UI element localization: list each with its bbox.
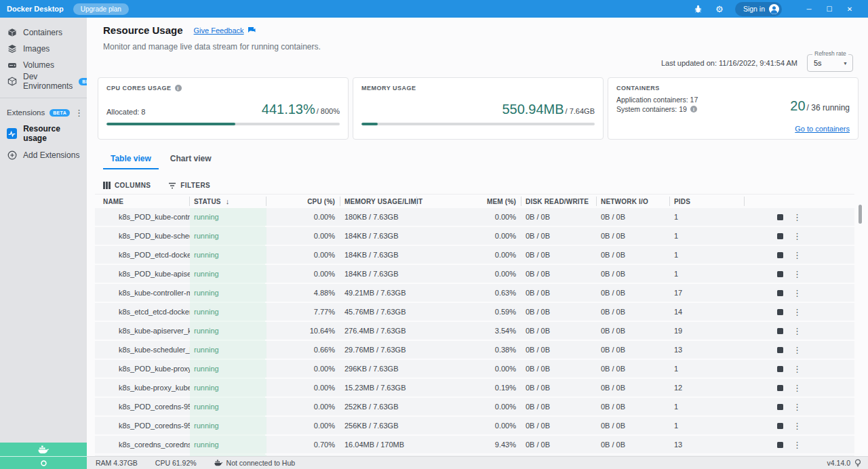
whats-new-lightbulb-icon[interactable] [854, 459, 861, 468]
table-body: k8s_POD_kube-controller-... running 0.00… [95, 208, 854, 453]
table-row[interactable]: k8s_POD_coredns-95db45... running 0.00% … [95, 417, 854, 434]
refresh-rate-select[interactable]: Refresh rate 5s ▼ [807, 54, 853, 72]
stop-container-button[interactable] [777, 309, 783, 315]
table-row[interactable]: k8s_POD_kube-scheduler-... running 0.00%… [95, 227, 854, 245]
extensions-menu-button[interactable]: ⋮ [75, 108, 83, 118]
memory-usage-cell: 184KB / 7.63GB [340, 227, 417, 245]
container-status-cell: running [190, 303, 267, 321]
column-header-disk[interactable]: DISK READ/WRITE [521, 195, 597, 208]
cpu-status: CPU 61.92% [155, 459, 197, 467]
pids-cell: 1 [670, 227, 745, 245]
column-header-name[interactable]: NAME [95, 195, 190, 208]
stop-container-button[interactable] [777, 233, 783, 239]
sidebar-item-images[interactable]: Images [0, 41, 87, 57]
row-menu-button[interactable]: ⋮ [793, 441, 802, 449]
table-row[interactable]: k8s_POD_kube-apiserver-d... running 0.00… [95, 265, 854, 283]
window-minimize-button[interactable]: ─ [799, 5, 819, 13]
info-icon[interactable]: i [175, 85, 182, 91]
stop-container-button[interactable] [777, 442, 783, 448]
table-row[interactable]: k8s_POD_etcd-docker-des... running 0.00%… [95, 246, 854, 264]
stop-container-button[interactable] [777, 366, 783, 372]
stop-container-button[interactable] [777, 385, 783, 391]
row-actions-cell: ⋮ [745, 227, 854, 245]
tab-table-view[interactable]: Table view [103, 150, 159, 169]
stop-container-button[interactable] [777, 347, 783, 353]
network-io-cell: 0B / 0B [597, 208, 670, 226]
disk-rw-cell: 0B / 0B [521, 360, 597, 378]
sidebar-item-resource-usage[interactable]: Resource usage [0, 125, 87, 142]
pids-cell: 1 [670, 208, 745, 226]
table-row[interactable]: k8s_kube-controller-mana... running 4.88… [95, 284, 854, 302]
container-name-cell: k8s_kube-scheduler_kube-... [95, 341, 190, 359]
stop-container-button[interactable] [777, 214, 783, 220]
table-row[interactable]: k8s_POD_kube-proxy-kr2k... running 0.00%… [95, 360, 854, 378]
container-name-cell: k8s_kube-controller-mana... [95, 284, 190, 302]
table-row[interactable]: k8s_coredns_coredns-95d... running 0.70%… [95, 436, 854, 453]
page-title: Resource Usage [103, 24, 183, 36]
vertical-scrollbar[interactable] [859, 205, 862, 224]
sidebar-item-containers[interactable]: Containers [0, 24, 87, 41]
sidebar-item-add-extensions[interactable]: Add Extensions [0, 147, 87, 163]
sidebar-item-dev-environments[interactable]: Dev Environments BETA [0, 73, 87, 89]
column-header-network[interactable]: NETWORK I/O [597, 195, 670, 208]
container-name-cell: k8s_POD_kube-scheduler-... [95, 227, 190, 245]
cpu-allocated-text: Allocated: 8 [106, 108, 145, 117]
info-icon[interactable]: i [690, 106, 697, 113]
row-actions-cell: ⋮ [745, 436, 854, 453]
window-maximize-button[interactable]: ☐ [819, 5, 840, 13]
go-to-containers-link[interactable]: Go to containers [795, 125, 850, 133]
row-menu-button[interactable]: ⋮ [793, 384, 802, 392]
row-menu-button[interactable]: ⋮ [793, 232, 802, 241]
row-menu-button[interactable]: ⋮ [793, 422, 802, 430]
disk-rw-cell: 0B / 0B [521, 208, 597, 226]
filters-button[interactable]: FILTERS [168, 182, 210, 189]
table-row[interactable]: k8s_POD_coredns-95db45... running 0.00% … [95, 398, 854, 415]
column-header-status[interactable]: STATUS ↓ [190, 195, 267, 208]
row-menu-button[interactable]: ⋮ [793, 251, 802, 260]
table-row[interactable]: k8s_POD_kube-controller-... running 0.00… [95, 208, 854, 226]
application-containers-text: Application containers: 17 [616, 96, 698, 105]
give-feedback-link[interactable]: Give Feedback [194, 26, 256, 35]
column-header-mem-pct[interactable]: MEM (%) [417, 195, 521, 208]
stop-container-button[interactable] [777, 423, 783, 429]
columns-button[interactable]: COLUMNS [103, 182, 151, 189]
column-header-cpu[interactable]: CPU (%) [267, 195, 340, 208]
row-menu-button[interactable]: ⋮ [793, 327, 802, 335]
row-menu-button[interactable]: ⋮ [793, 270, 802, 279]
sidebar-item-volumes[interactable]: Volumes [0, 57, 87, 73]
upgrade-plan-button[interactable]: Upgrade plan [73, 3, 129, 15]
row-menu-button[interactable]: ⋮ [793, 213, 802, 222]
table-row[interactable]: k8s_kube-apiserver_kube-... running 10.6… [95, 322, 854, 340]
avatar-icon [769, 4, 779, 14]
window-close-button[interactable]: ✕ [840, 5, 860, 13]
cpu-pct-cell: 0.00% [267, 246, 340, 264]
sign-in-button[interactable]: Sign in [735, 2, 782, 16]
hub-whale-icon [214, 460, 223, 466]
bug-report-icon[interactable] [693, 3, 704, 14]
table-row[interactable]: k8s_etcd_etcd-docker-desk... running 7.7… [95, 303, 854, 321]
container-name-cell: k8s_POD_coredns-95db45... [95, 398, 190, 415]
tab-chart-view[interactable]: Chart view [163, 150, 219, 169]
column-header-memory[interactable]: MEMORY USAGE/LIMIT [340, 195, 417, 208]
stop-container-button[interactable] [777, 404, 783, 410]
stop-container-button[interactable] [777, 328, 783, 334]
settings-gear-icon[interactable]: ⚙ [714, 3, 725, 14]
stop-container-button[interactable] [777, 271, 783, 277]
row-menu-button[interactable]: ⋮ [793, 289, 802, 298]
column-header-pids[interactable]: PIDS [670, 195, 745, 208]
row-menu-button[interactable]: ⋮ [793, 308, 802, 317]
mem-pct-cell: 0.00% [417, 398, 521, 415]
row-menu-button[interactable]: ⋮ [793, 346, 802, 354]
memory-usage-cell: 184KB / 7.63GB [340, 246, 417, 264]
sign-in-label: Sign in [743, 5, 765, 13]
cpu-card-title: CPU CORES USAGE [106, 85, 172, 91]
table-row[interactable]: k8s_kube-proxy_kube-pro... running 0.00%… [95, 379, 854, 396]
mem-pct-cell: 0.00% [417, 265, 521, 283]
network-io-cell: 0B / 0B [597, 417, 670, 434]
stop-container-button[interactable] [777, 290, 783, 296]
stop-container-button[interactable] [777, 252, 783, 258]
table-row[interactable]: k8s_kube-scheduler_kube-... running 0.66… [95, 341, 854, 359]
row-menu-button[interactable]: ⋮ [793, 365, 802, 373]
memory-usage-limit: / 7.64GB [566, 107, 595, 115]
row-menu-button[interactable]: ⋮ [793, 403, 802, 411]
